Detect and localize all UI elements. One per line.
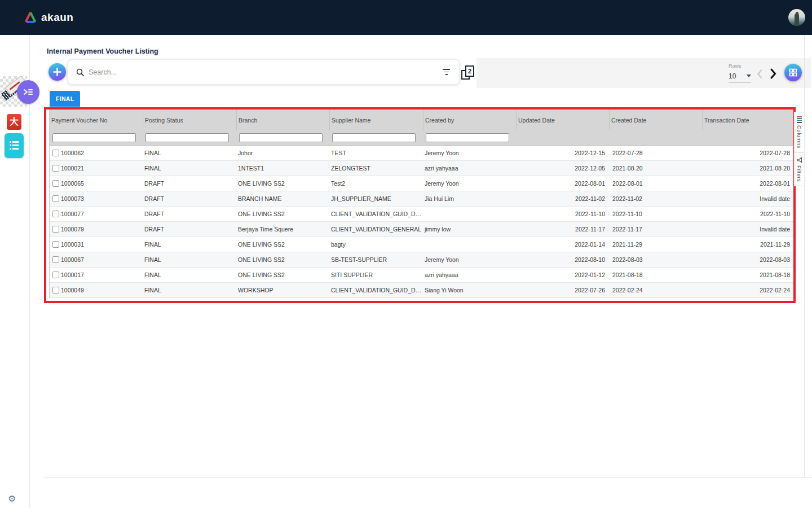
cell-branch: ONE LIVING SS2 (237, 211, 330, 217)
list-lines-icon (8, 139, 20, 152)
column-header-posting-status[interactable]: Posting Status (143, 110, 237, 130)
left-sidebar: 大 ⚙ (0, 35, 30, 508)
brand-name: akaun (41, 11, 73, 24)
row-checkbox[interactable] (52, 165, 59, 172)
row-checkbox[interactable] (52, 195, 59, 202)
listing-app-icon[interactable] (5, 133, 24, 158)
cell-posting-status: FINAL (143, 256, 237, 263)
previous-page-button[interactable] (756, 69, 763, 81)
cell-supplier-name: Test2 (330, 180, 423, 187)
row-checkbox[interactable] (52, 226, 59, 233)
cell-supplier-name: SB-TEST-SUPPLIER (330, 256, 423, 263)
cell-created-date: 2022-08-01 (610, 180, 703, 187)
table-row[interactable]: 1000031 FINAL ONE LIVING SS2 bagty 2022-… (50, 237, 793, 252)
cell-created-date: 2022-11-17 (610, 226, 703, 233)
table-row[interactable]: 1000065 DRAFT ONE LIVING SS2 Test2 Jerem… (50, 176, 793, 191)
table-header-row: Payment Voucher No Posting Status Branch… (50, 110, 793, 130)
cell-created-date: 2021-08-18 (610, 271, 703, 278)
cell-created-date: 2022-11-10 (610, 211, 703, 217)
columns-panel-tab[interactable]: Columns (795, 112, 804, 152)
cell-posting-status: FINAL (143, 150, 237, 156)
cell-branch: WORKSHOP (237, 287, 330, 294)
pdf-app-icon[interactable]: 大 (7, 114, 21, 130)
filter-input-supplier-name[interactable] (332, 133, 416, 142)
filter-input-branch[interactable] (239, 133, 323, 142)
cell-posting-status: DRAFT (143, 226, 237, 233)
cell-branch: ONE LIVING SS2 (237, 241, 330, 248)
table-row[interactable]: 1000073 DRAFT BRANCH NAME JH_SUPPLIER_NA… (50, 191, 793, 207)
cell-branch: ONE LIVING SS2 (237, 256, 330, 263)
cell-created-date: 2022-07-28 (610, 150, 703, 156)
voucher-table: Payment Voucher No Posting Status Branch… (49, 110, 794, 298)
cell-updated-date: 2022-12-05 (517, 165, 610, 172)
table-row[interactable]: 1000021 FINAL 1NTEST1 ZELONGTEST azri ya… (50, 161, 793, 176)
cell-supplier-name: TEST (330, 150, 423, 156)
search-bar (68, 59, 460, 85)
row-checkbox[interactable] (52, 271, 59, 278)
columns-icon (797, 116, 802, 123)
search-input[interactable] (89, 68, 443, 76)
cell-created-by: Jeremy Yoon (423, 180, 517, 187)
cell-voucher-no: 1000065 (60, 180, 143, 187)
table-row[interactable]: 1000017 FINAL ONE LIVING SS2 SITI SUPPLI… (50, 268, 793, 283)
filter-input-posting-status[interactable] (145, 133, 229, 142)
cell-created-by: azri yahyaaa (423, 165, 517, 172)
tab-final[interactable]: FINAL (50, 91, 80, 107)
cell-transaction-date: 2022-02-24 (703, 287, 795, 294)
table-row[interactable]: 1000077 DRAFT ONE LIVING SS2 CLIENT_VALI… (50, 207, 793, 222)
search-filter-icon[interactable] (443, 69, 450, 75)
akaun-triangle-icon (24, 11, 37, 24)
chevron-right-icon (769, 68, 777, 80)
add-voucher-button[interactable] (48, 63, 66, 81)
table-row[interactable]: 1000079 DRAFT Berjaya Time Squere CLIENT… (50, 222, 793, 237)
column-header-supplier-name[interactable]: Supplier Name (330, 110, 423, 130)
copy-front-page-icon: 2 (465, 65, 474, 77)
column-header-updated-date[interactable]: Updated Date (517, 110, 610, 130)
cell-supplier-name: SITI SUPPLIER (330, 271, 423, 278)
cell-transaction-date: 2021-11-29 (703, 241, 795, 248)
row-checkbox[interactable] (52, 256, 59, 263)
row-checkbox[interactable] (52, 180, 59, 187)
grid-view-button[interactable] (784, 64, 802, 81)
cell-transaction-date: 2022-08-03 (703, 256, 795, 263)
cell-transaction-date: 2022-08-01 (703, 180, 795, 187)
cell-created-by: Siang Yi Woon (423, 287, 517, 294)
filter-input-created-by[interactable] (426, 133, 509, 142)
column-header-transaction-date[interactable]: Transaction Date (703, 110, 795, 130)
content-bottom-divider (44, 477, 812, 478)
next-page-button[interactable] (769, 68, 777, 81)
cell-voucher-no: 1000067 (60, 256, 143, 263)
column-header-created-by[interactable]: Created by (423, 110, 517, 130)
rows-per-page-select[interactable]: 10 (729, 70, 751, 82)
cell-created-by: Jeremy Yoon (423, 256, 517, 263)
cell-updated-date: 2022-11-02 (517, 195, 610, 202)
filter-input-voucher-no[interactable] (52, 133, 136, 142)
column-header-created-date[interactable]: Created Date (610, 110, 703, 130)
user-avatar[interactable] (788, 9, 805, 26)
cell-updated-date: 2022-01-14 (517, 241, 610, 248)
cell-branch: ONE LIVING SS2 (237, 180, 330, 187)
table-row[interactable]: 1000067 FINAL ONE LIVING SS2 SB-TEST-SUP… (50, 252, 793, 268)
table-side-tabs: Columns Filters (794, 112, 805, 186)
cell-created-date: 2021-11-29 (610, 241, 703, 248)
cell-posting-status: FINAL (143, 241, 237, 248)
row-checkbox[interactable] (52, 287, 59, 294)
table-row[interactable]: 1000062 FINAL Johor TEST Jeremy Yoon 202… (50, 146, 793, 161)
funnel-icon (796, 157, 802, 163)
row-checkbox[interactable] (52, 211, 59, 217)
row-checkbox[interactable] (52, 241, 59, 248)
brand-logo[interactable]: akaun (24, 11, 73, 24)
cell-branch: 1NTEST1 (237, 165, 330, 172)
duplicate-view-button[interactable]: 2 (461, 65, 474, 80)
row-checkbox[interactable] (52, 150, 59, 156)
filters-panel-tab[interactable]: Filters (795, 152, 804, 186)
playlist-icon (23, 87, 34, 97)
cell-transaction-date: Invalid date (703, 226, 795, 233)
cell-voucher-no: 1000031 (60, 241, 143, 248)
table-row[interactable]: 1000049 FINAL WORKSHOP CLIENT_VALIDATION… (50, 283, 793, 298)
column-header-voucher-no[interactable]: Payment Voucher No (50, 110, 143, 130)
settings-gear-icon[interactable]: ⚙ (8, 493, 16, 504)
applet-menu-badge[interactable] (17, 80, 39, 104)
cell-updated-date: 2022-08-01 (517, 180, 610, 187)
column-header-branch[interactable]: Branch (237, 110, 330, 130)
